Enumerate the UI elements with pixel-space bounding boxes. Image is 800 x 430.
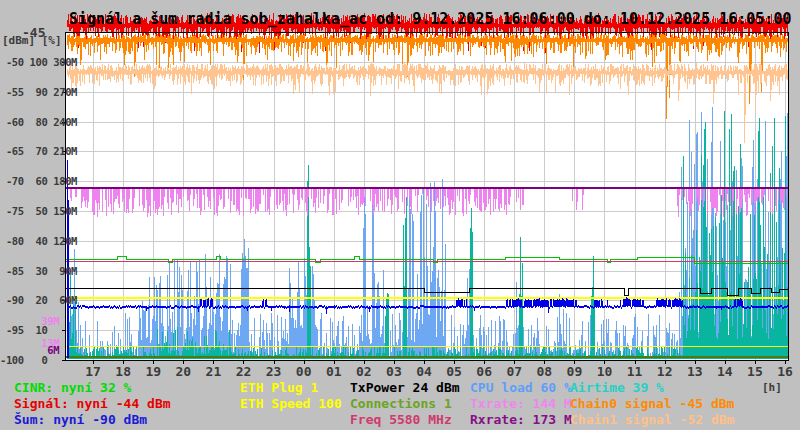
y-tick-39M: 39M	[0, 316, 65, 327]
y-tick-row: -90 20 60M	[0, 295, 65, 306]
graph-title: Signál a šum radia sob_zahalka_ac od: 9.…	[69, 12, 791, 26]
x-tick-04: 04	[416, 366, 432, 378]
legend-item-chain1: Chain1 signal -52 dBm	[570, 413, 734, 426]
x-tick-03: 03	[386, 366, 402, 378]
x-tick-06: 06	[476, 366, 492, 378]
x-tick-00: 00	[296, 366, 312, 378]
y-tick-row: -75 50 150M	[0, 206, 65, 217]
legend-item-rxrate: Rxrate: 173 M	[470, 413, 572, 426]
x-tick-18: 18	[115, 366, 131, 378]
x-tick-22: 22	[236, 366, 252, 378]
legend-item-cpu: CPU load 60 %	[470, 381, 572, 394]
x-tick-01: 01	[326, 366, 342, 378]
legend-item-connections: Connections 1	[350, 397, 452, 410]
x-tick-05: 05	[446, 366, 462, 378]
y-axis-unit-label: [dBm] [%]	[2, 34, 62, 47]
y-tick-row: -55 90 270M	[0, 87, 65, 98]
y-tick-row: -70 60 180M	[0, 176, 65, 187]
x-tick-07: 07	[506, 366, 522, 378]
y-tick-6M: 6M	[0, 345, 65, 356]
x-tick-08: 08	[536, 366, 552, 378]
x-tick-13: 13	[687, 366, 703, 378]
legend-item-txrate: Txrate: 144 M	[470, 397, 572, 410]
y-tick-row: -50 100 300M	[0, 57, 65, 68]
legend-item-freq: Freq 5580 MHz	[350, 413, 452, 426]
x-tick-09: 09	[567, 366, 583, 378]
x-tick-10: 10	[597, 366, 613, 378]
legend-item-cinr: CINR: nyní 32 %	[14, 381, 131, 394]
y-tick-row: -65 70 210M	[0, 146, 65, 157]
x-tick-19: 19	[145, 366, 161, 378]
y-tick-row: -85 30 90M	[0, 266, 65, 277]
rrd-graph-page: { "title": "Signál a šum radia sob_zahal…	[0, 0, 800, 430]
x-axis-unit-label: [h]	[762, 381, 782, 394]
y-tick-row: -100 0	[0, 355, 65, 366]
legend-item-eth: ETH Speed 100	[240, 397, 342, 410]
x-tick-15: 15	[747, 366, 763, 378]
y-tick-row: -60 80 240M	[0, 117, 65, 128]
x-tick-11: 11	[627, 366, 643, 378]
legend-item-eth: ETH Plug 1	[240, 381, 318, 394]
x-tick-17: 17	[85, 366, 101, 378]
legend-item-chain0: Chain0 signal -45 dBm	[570, 397, 734, 410]
legend-item-signál: Signál: nyní -44 dBm	[14, 397, 171, 410]
legend-item-txpower: TxPower 24 dBm	[350, 381, 460, 394]
x-tick-23: 23	[266, 366, 282, 378]
x-tick-21: 21	[206, 366, 222, 378]
x-tick-16: 16	[777, 366, 793, 378]
y-tick-row: -80 40 120M	[0, 236, 65, 247]
legend-item-airtime: Airtime 39 %	[570, 381, 664, 394]
x-tick-12: 12	[657, 366, 673, 378]
x-tick-20: 20	[175, 366, 191, 378]
x-tick-14: 14	[717, 366, 733, 378]
x-tick-02: 02	[356, 366, 372, 378]
legend-item-šum: Šum: nyní -90 dBm	[14, 413, 147, 426]
